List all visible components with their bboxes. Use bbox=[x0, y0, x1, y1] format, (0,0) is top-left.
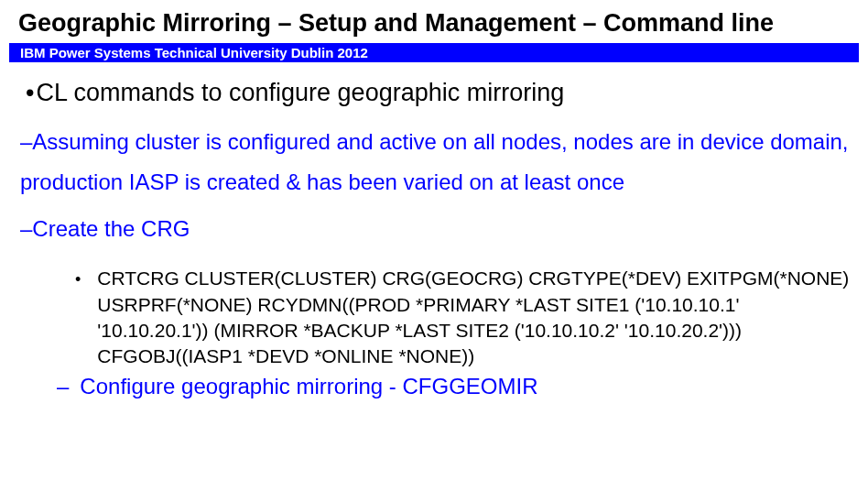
dash-icon: – bbox=[20, 216, 32, 241]
slide: Geographic Mirroring – Setup and Managem… bbox=[0, 0, 868, 491]
configure-line: – Configure geographic mirroring - CFGGE… bbox=[57, 374, 850, 399]
bullet-icon: • bbox=[75, 268, 81, 290]
heading-bullet: • CL commands to configure geographic mi… bbox=[26, 79, 850, 107]
assumption-line: –Assuming cluster is configured and acti… bbox=[20, 122, 850, 203]
assumption-text: Assuming cluster is configured and activ… bbox=[20, 129, 849, 194]
create-crg-text: Create the CRG bbox=[32, 216, 190, 241]
dash-icon: – bbox=[57, 374, 69, 399]
level2-group: –Assuming cluster is configured and acti… bbox=[20, 122, 850, 249]
level3-group: • CRTCRG CLUSTER(CLUSTER) CRG(GEOCRG) CR… bbox=[75, 266, 850, 398]
slide-content: • CL commands to configure geographic mi… bbox=[0, 71, 868, 399]
dash-icon: – bbox=[20, 129, 32, 154]
create-crg-line: –Create the CRG bbox=[20, 209, 850, 249]
command-text: CRTCRG CLUSTER(CLUSTER) CRG(GEOCRG) CRGT… bbox=[97, 266, 850, 369]
slide-title: Geographic Mirroring – Setup and Managem… bbox=[0, 9, 868, 43]
banner-bar: IBM Power Systems Technical University D… bbox=[9, 43, 859, 62]
heading-text: CL commands to configure geographic mirr… bbox=[36, 79, 564, 107]
command-bullet: • CRTCRG CLUSTER(CLUSTER) CRG(GEOCRG) CR… bbox=[75, 266, 850, 369]
bullet-icon: • bbox=[26, 79, 34, 107]
configure-text: Configure geographic mirroring - CFGGEOM… bbox=[80, 374, 537, 399]
